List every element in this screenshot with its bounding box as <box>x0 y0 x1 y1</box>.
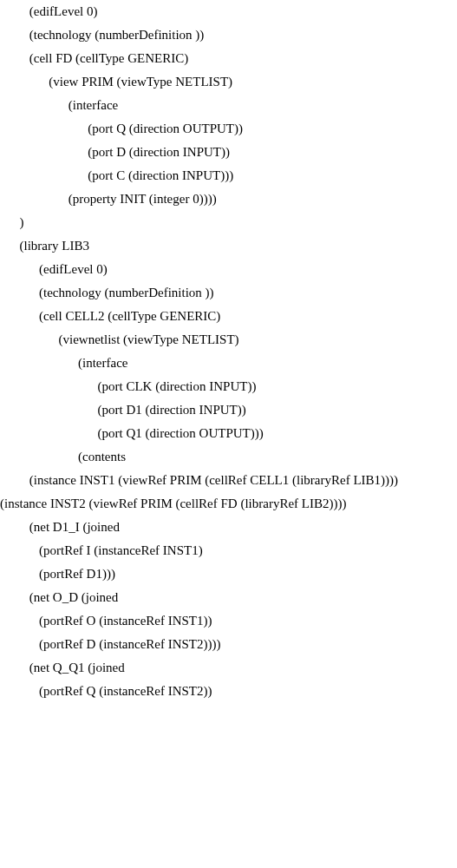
code-line: (view PRIM (viewType NETLIST) <box>0 70 457 94</box>
code-line: (technology (numberDefinition )) <box>0 23 457 47</box>
code-line: (portRef D1))) <box>0 562 457 586</box>
code-line: (net D1_I (joined <box>0 516 457 539</box>
code-line: (port D (direction INPUT)) <box>0 141 457 164</box>
code-line: (property INIT (integer 0)))) <box>0 187 457 211</box>
code-line: (portRef O (instanceRef INST1)) <box>0 609 457 633</box>
code-line: (instance INST1 (viewRef PRIM (cellRef C… <box>0 469 457 492</box>
code-line: (net Q_Q1 (joined <box>0 656 457 680</box>
code-line: (port D1 (direction INPUT)) <box>0 398 457 422</box>
lines-container: (edifLevel 0) (technology (numberDefinit… <box>0 0 457 703</box>
code-line: (port Q (direction OUTPUT)) <box>0 117 457 141</box>
code-line: (port Q1 (direction OUTPUT))) <box>0 422 457 445</box>
code-line: (cell CELL2 (cellType GENERIC) <box>0 305 457 328</box>
code-line: (portRef Q (instanceRef INST2)) <box>0 680 457 703</box>
code-line: (edifLevel 0) <box>0 0 457 23</box>
code-line: (contents <box>0 445 457 469</box>
code-line: (interface <box>0 352 457 375</box>
code-line: ) <box>0 211 457 234</box>
code-line: (cell FD (cellType GENERIC) <box>0 47 457 70</box>
code-line: (port CLK (direction INPUT)) <box>0 375 457 398</box>
code-line: (library LIB3 <box>0 234 457 258</box>
code-line: (portRef D (instanceRef INST2)))) <box>0 633 457 656</box>
code-line: (port C (direction INPUT))) <box>0 164 457 187</box>
code-line: (portRef I (instanceRef INST1) <box>0 539 457 562</box>
code-line: (net O_D (joined <box>0 586 457 609</box>
code-listing: { "lines": [ { "indent": 3, "text": "(ed… <box>0 0 457 703</box>
code-line: (instance INST2 (viewRef PRIM (cellRef F… <box>0 492 457 516</box>
code-line: (interface <box>0 94 457 117</box>
code-line: (technology (numberDefinition )) <box>0 281 457 305</box>
code-line: (edifLevel 0) <box>0 258 457 281</box>
code-line: (viewnetlist (viewType NETLIST) <box>0 328 457 352</box>
